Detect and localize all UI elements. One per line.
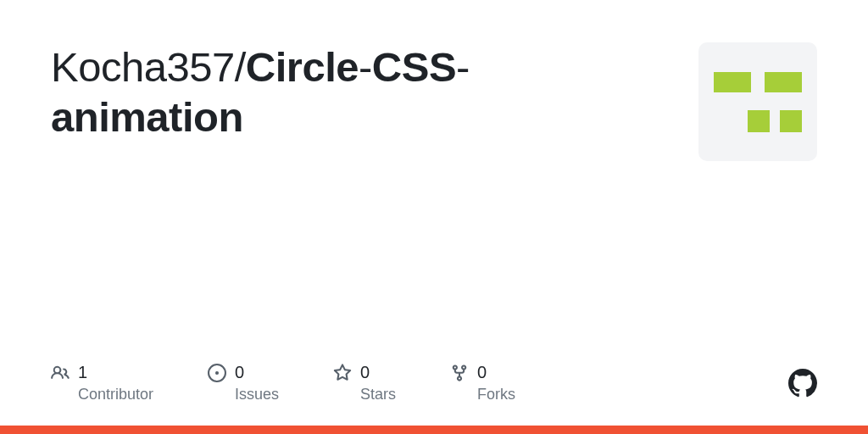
stat-forks: 0 Forks [450,362,515,403]
stat-contributors: 1 Contributor [51,362,153,403]
repo-name-part1: Circle [246,44,359,90]
accent-bar [0,426,868,434]
stat-count: 0 [477,362,515,382]
issue-icon [208,364,226,382]
stat-label: Contributor [78,386,153,403]
stat-label: Issues [235,386,279,403]
stat-label: Stars [360,386,396,403]
avatar-block [748,110,770,132]
avatar-block [765,72,802,92]
stats-row: 1 Contributor 0 Issues 0 [51,362,817,403]
repo-owner: Kocha357 [51,44,235,90]
github-logo-icon [788,369,817,398]
fork-icon [450,364,469,382]
stat-issues: 0 Issues [208,362,279,403]
stat-label: Forks [477,386,515,403]
repo-name-part2: CSS [372,44,456,90]
avatar-block [780,110,802,132]
avatar-block [714,72,751,92]
stat-count: 0 [360,362,396,382]
stat-count: 0 [235,362,279,382]
repo-avatar [698,42,817,161]
people-icon [51,364,70,382]
repo-name-part3: animation [51,94,243,140]
repo-title: Kocha357/Circle-CSS-animation [51,42,470,142]
stat-count: 1 [78,362,153,382]
star-icon [333,364,352,382]
stat-stars: 0 Stars [333,362,396,403]
